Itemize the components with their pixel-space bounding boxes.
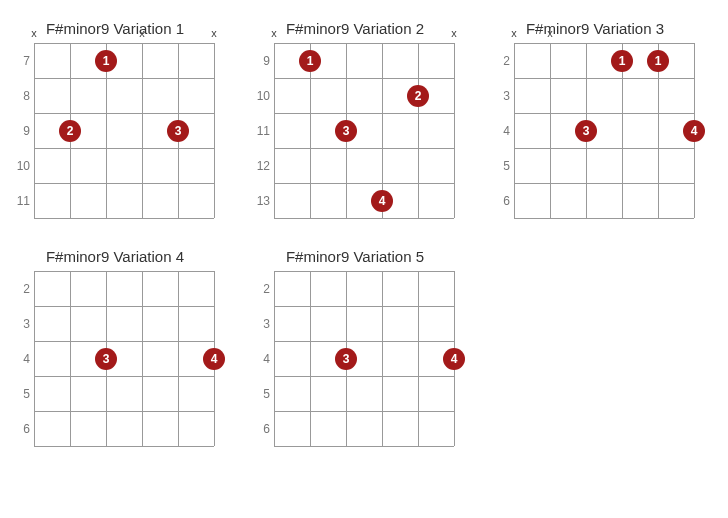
mute-marker: x — [271, 27, 277, 39]
fret-label: 4 — [10, 352, 30, 366]
fret-label: 3 — [250, 317, 270, 331]
fret-label: 5 — [10, 387, 30, 401]
finger-dot: 4 — [203, 348, 225, 370]
finger-dot: 4 — [371, 190, 393, 212]
fret-label: 6 — [490, 194, 510, 208]
chord-diagram: xx234561134 — [490, 43, 700, 218]
fret-label: 2 — [10, 282, 30, 296]
fret-label: 5 — [250, 387, 270, 401]
mute-marker: x — [451, 27, 457, 39]
fret-label: 10 — [10, 159, 30, 173]
fret-label: 2 — [490, 54, 510, 68]
fret-label: 5 — [490, 159, 510, 173]
finger-dot: 2 — [407, 85, 429, 107]
chord-diagram: xx9101112131234 — [250, 43, 460, 218]
finger-dot: 1 — [611, 50, 633, 72]
fret-label: 13 — [250, 194, 270, 208]
chord-diagram: 2345634 — [10, 271, 220, 446]
finger-dot: 1 — [299, 50, 321, 72]
finger-dot: 1 — [647, 50, 669, 72]
mute-marker: x — [547, 27, 553, 39]
finger-dot: 3 — [167, 120, 189, 142]
fret-label: 3 — [490, 89, 510, 103]
fret-label: 6 — [250, 422, 270, 436]
fret-label: 12 — [250, 159, 270, 173]
fret-label: 7 — [10, 54, 30, 68]
fret-label: 8 — [10, 89, 30, 103]
fret-label: 11 — [10, 194, 30, 208]
fret-label: 6 — [10, 422, 30, 436]
fret-label: 11 — [250, 124, 270, 138]
chord-block: F#minor9 Variation 42345634 — [10, 248, 220, 446]
chord-block: F#minor9 Variation 1xxx7891011123 — [10, 20, 220, 218]
fret-label: 4 — [490, 124, 510, 138]
mute-marker: x — [511, 27, 517, 39]
chord-block: F#minor9 Variation 3xx234561134 — [490, 20, 700, 218]
finger-dot: 3 — [335, 348, 357, 370]
mute-marker: x — [211, 27, 217, 39]
finger-dot: 2 — [59, 120, 81, 142]
fret-label: 10 — [250, 89, 270, 103]
fret-label: 9 — [10, 124, 30, 138]
finger-dot: 3 — [95, 348, 117, 370]
finger-dot: 3 — [335, 120, 357, 142]
fret-label: 3 — [10, 317, 30, 331]
chord-block: F#minor9 Variation 52345634 — [250, 248, 460, 446]
chord-block: F#minor9 Variation 2xx9101112131234 — [250, 20, 460, 218]
chord-diagram: xxx7891011123 — [10, 43, 220, 218]
fret-label: 9 — [250, 54, 270, 68]
fret-label: 4 — [250, 352, 270, 366]
chord-diagram: 2345634 — [250, 271, 460, 446]
finger-dot: 3 — [575, 120, 597, 142]
mute-marker: x — [31, 27, 37, 39]
mute-marker: x — [139, 27, 145, 39]
finger-dot: 1 — [95, 50, 117, 72]
finger-dot: 4 — [443, 348, 465, 370]
fret-label: 2 — [250, 282, 270, 296]
finger-dot: 4 — [683, 120, 705, 142]
